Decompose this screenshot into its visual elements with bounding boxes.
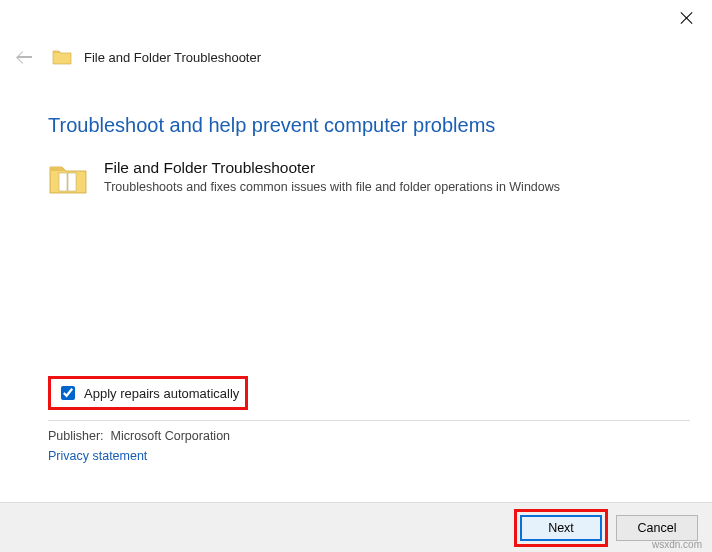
folder-large-icon — [48, 161, 88, 197]
watermark-text: wsxdn.com — [652, 539, 702, 550]
window-title: File and Folder Troubleshooter — [84, 50, 261, 65]
publisher-value: Microsoft Corporation — [111, 429, 231, 443]
apply-repairs-highlight: Apply repairs automatically — [48, 376, 248, 410]
next-button[interactable]: Next — [520, 515, 602, 541]
svg-rect-0 — [59, 173, 67, 191]
svg-rect-1 — [68, 173, 76, 191]
footer-bar: Next Cancel — [0, 502, 712, 552]
publisher-label: Publisher: — [48, 429, 104, 443]
apply-repairs-label[interactable]: Apply repairs automatically — [84, 386, 239, 401]
troubleshooter-description: Troubleshoots and fixes common issues wi… — [104, 180, 560, 194]
lower-options: Apply repairs automatically Publisher: M… — [48, 376, 690, 463]
apply-repairs-checkbox[interactable] — [61, 386, 75, 400]
main-heading: Troubleshoot and help prevent computer p… — [48, 114, 664, 137]
back-arrow-icon[interactable] — [16, 48, 34, 66]
folder-icon — [52, 48, 72, 66]
divider-line — [48, 420, 690, 421]
publisher-row: Publisher: Microsoft Corporation — [48, 429, 690, 443]
header-bar: File and Folder Troubleshooter — [0, 40, 712, 80]
close-icon[interactable] — [678, 10, 696, 28]
privacy-statement-link[interactable]: Privacy statement — [48, 449, 147, 463]
titlebar-region — [0, 0, 712, 40]
content-area: Troubleshoot and help prevent computer p… — [0, 114, 712, 197]
troubleshooter-title: File and Folder Troubleshooter — [104, 159, 560, 177]
next-button-highlight: Next — [514, 509, 608, 547]
troubleshooter-item: File and Folder Troubleshooter Troublesh… — [48, 159, 664, 197]
cancel-button[interactable]: Cancel — [616, 515, 698, 541]
